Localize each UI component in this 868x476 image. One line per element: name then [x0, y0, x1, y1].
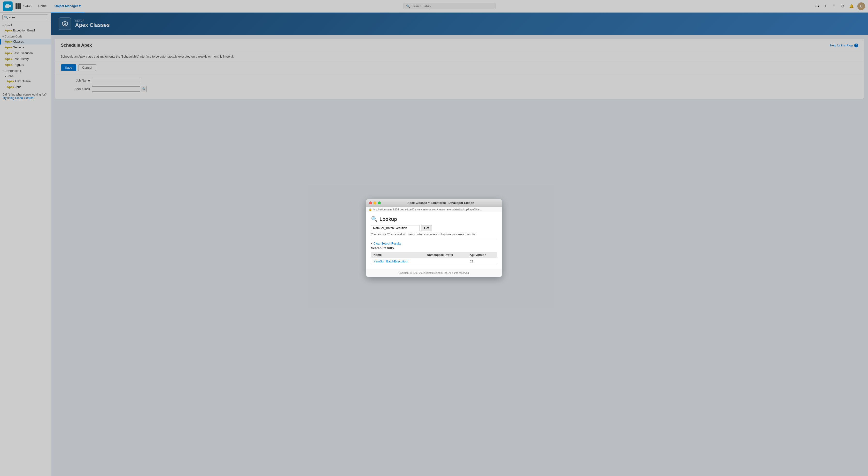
lookup-header: 🔍 Lookup	[371, 216, 497, 222]
popup-titlebar: Apex Classes ~ Salesforce - Developer Ed…	[366, 199, 502, 207]
col-header-namespace: Namespace Prefix	[425, 252, 467, 258]
popup-url-text: inspiration-saas-8234-dev-ed.cs40.my.sal…	[373, 208, 483, 211]
popup-window-title: Apex Classes ~ Salesforce - Developer Ed…	[383, 201, 499, 205]
popup-window: Apex Classes ~ Salesforce - Developer Ed…	[366, 199, 502, 277]
result-name-cell: NamSor_BatchExecution	[371, 258, 425, 265]
lookup-search-icon: 🔍	[371, 216, 378, 222]
lookup-results-table: Name Namespace Prefix Api Version NamSor…	[371, 252, 497, 265]
lookup-hint-text: You can use "*" as a wildcard next to ot…	[371, 233, 497, 236]
lock-icon: 🔒	[369, 208, 372, 211]
lookup-go-button[interactable]: Go!	[421, 225, 432, 231]
lookup-search-input[interactable]	[371, 225, 420, 231]
popup-url-bar: 🔒 inspiration-saas-8234-dev-ed.cs40.my.s…	[366, 207, 502, 212]
result-namespace-cell	[425, 258, 467, 265]
close-window-button[interactable]	[369, 202, 372, 204]
table-row: NamSor_BatchExecution 52	[371, 258, 497, 265]
lookup-divider	[371, 240, 497, 240]
col-header-name: Name	[371, 252, 425, 258]
lookup-title: Lookup	[379, 216, 397, 222]
popup-content: 🔍 Lookup Go! You can use "*" as a wildca…	[366, 212, 502, 269]
result-api-version-cell: 52	[467, 258, 497, 265]
lookup-results-title: Search Results	[371, 246, 497, 250]
result-name-link[interactable]: NamSor_BatchExecution	[373, 260, 407, 263]
popup-traffic-lights	[369, 202, 381, 204]
popup-footer: Copyright © 2000-2022 salesforce.com, in…	[366, 269, 502, 277]
lookup-clear-link: < Clear Search Results	[371, 242, 497, 245]
clear-search-results-link[interactable]: Clear Search Results	[373, 242, 401, 245]
minimize-window-button[interactable]	[373, 202, 376, 204]
maximize-window-button[interactable]	[378, 202, 381, 204]
col-header-api-version: Api Version	[467, 252, 497, 258]
overlay-backdrop: Apex Classes ~ Salesforce - Developer Ed…	[0, 0, 868, 476]
lookup-search-row: Go!	[371, 225, 497, 231]
